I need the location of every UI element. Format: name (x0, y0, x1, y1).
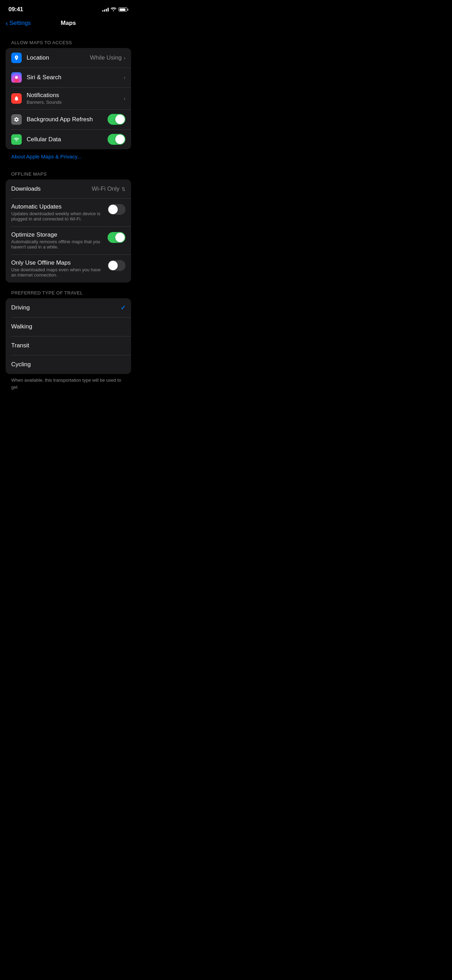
optimize-storage-row[interactable]: Optimize Storage Automatically removes o… (6, 226, 131, 255)
only-offline-label: Only Use Offline Maps (11, 259, 103, 266)
nav-header: ‹ Settings Maps (0, 17, 137, 32)
notifications-subtitle: Banners, Sounds (27, 100, 124, 105)
back-chevron-icon: ‹ (6, 20, 8, 27)
allow-access-section: ALLOW MAPS TO ACCESS Location While Usin… (6, 40, 131, 164)
auto-updates-row[interactable]: Automatic Updates Updates downloaded wee… (6, 198, 131, 226)
only-offline-subtitle: Use downloaded maps even when you have a… (11, 267, 103, 278)
transit-row[interactable]: Transit (6, 336, 131, 355)
driving-row[interactable]: Driving ✓ (6, 298, 131, 317)
auto-updates-label: Automatic Updates (11, 203, 103, 210)
downloads-updown-icon: ⇅ (122, 186, 126, 192)
background-refresh-row[interactable]: Background App Refresh (6, 109, 131, 129)
notifications-icon (11, 93, 22, 104)
optimize-storage-subtitle: Automatically removes offline maps that … (11, 239, 103, 250)
travel-type-header: PREFERRED TYPE OF TRAVEL (6, 290, 131, 298)
offline-maps-card: Downloads Wi-Fi Only ⇅ Automatic Updates… (6, 180, 131, 283)
content: ALLOW MAPS TO ACCESS Location While Usin… (0, 40, 137, 398)
travel-type-card: Driving ✓ Walking Transit Cycling (6, 298, 131, 374)
location-row[interactable]: Location While Using › (6, 48, 131, 68)
location-icon (11, 52, 22, 63)
driving-checkmark-icon: ✓ (121, 304, 126, 312)
downloads-row[interactable]: Downloads Wi-Fi Only ⇅ (6, 180, 131, 198)
cycling-label: Cycling (11, 361, 126, 368)
offline-maps-header: OFFLINE MAPS (6, 172, 131, 180)
status-time: 09:41 (8, 6, 23, 13)
back-button[interactable]: ‹ Settings (6, 20, 31, 27)
location-value: While Using (90, 54, 122, 61)
cellular-toggle[interactable] (108, 134, 126, 145)
auto-updates-subtitle: Updates downloaded weekly when device is… (11, 211, 103, 221)
page-title: Maps (60, 20, 76, 27)
notifications-label: Notifications (27, 92, 124, 99)
travel-type-section: PREFERRED TYPE OF TRAVEL Driving ✓ Walki… (6, 290, 131, 398)
back-label: Settings (10, 20, 31, 27)
only-offline-toggle[interactable] (108, 260, 126, 271)
downloads-value: Wi-Fi Only (92, 185, 119, 192)
status-bar: 09:41 (0, 0, 137, 17)
downloads-label: Downloads (11, 185, 92, 192)
background-refresh-label: Background App Refresh (27, 116, 108, 123)
walking-label: Walking (11, 323, 126, 330)
allow-access-card: Location While Using › Siri & Search (6, 48, 131, 149)
background-refresh-icon (11, 114, 22, 125)
travel-type-footer: When available, this transportation type… (6, 374, 131, 398)
only-offline-row[interactable]: Only Use Offline Maps Use downloaded map… (6, 255, 131, 283)
background-refresh-toggle[interactable] (108, 114, 126, 125)
wifi-icon (111, 7, 116, 12)
status-icons (102, 7, 128, 12)
notifications-chevron-icon: › (124, 96, 126, 101)
optimize-storage-label: Optimize Storage (11, 231, 103, 238)
cellular-icon (11, 134, 22, 145)
svg-point-0 (15, 76, 18, 79)
battery-icon (118, 7, 128, 11)
location-label: Location (27, 54, 90, 61)
about-maps-link[interactable]: About Apple Maps & Privacy... (6, 149, 131, 164)
location-chevron-icon: › (124, 55, 126, 60)
notifications-row[interactable]: Notifications Banners, Sounds › (6, 87, 131, 109)
siri-icon (11, 72, 22, 83)
walking-row[interactable]: Walking (6, 317, 131, 336)
cellular-label: Cellular Data (27, 136, 108, 143)
auto-updates-toggle[interactable] (108, 204, 126, 215)
siri-chevron-icon: › (124, 75, 126, 80)
transit-label: Transit (11, 342, 126, 349)
cycling-row[interactable]: Cycling (6, 355, 131, 374)
allow-access-header: ALLOW MAPS TO ACCESS (6, 40, 131, 48)
siri-row[interactable]: Siri & Search › (6, 68, 131, 87)
offline-maps-section: OFFLINE MAPS Downloads Wi-Fi Only ⇅ Auto… (6, 172, 131, 283)
optimize-storage-toggle[interactable] (108, 232, 126, 243)
siri-label: Siri & Search (27, 74, 124, 81)
driving-label: Driving (11, 304, 121, 311)
cellular-data-row[interactable]: Cellular Data (6, 129, 131, 149)
signal-icon (102, 7, 108, 11)
